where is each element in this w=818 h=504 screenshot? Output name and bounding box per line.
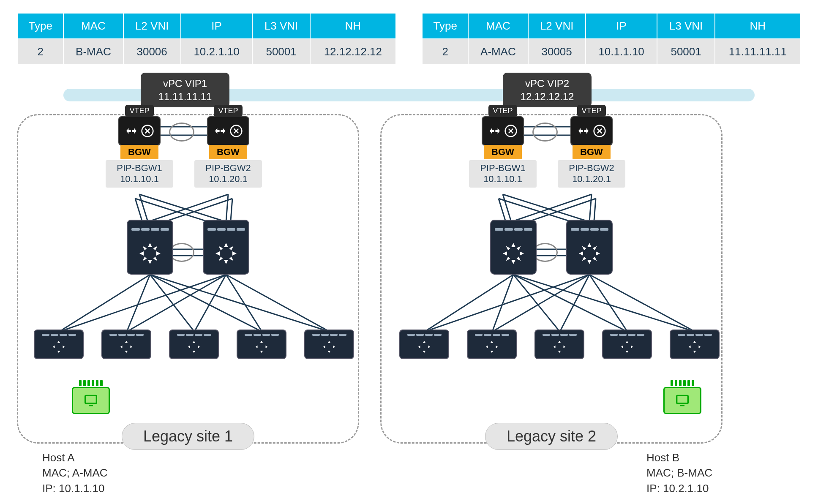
leaf-switch-icon: [602, 330, 652, 359]
host-a-icon: [72, 380, 110, 414]
leaf-switch-icon: [34, 330, 84, 359]
leaf-switch-icon: [467, 330, 517, 359]
vpc-vip2-label: vPC VIP2 12.12.12.12: [503, 73, 592, 107]
spine-switch-icon: [566, 220, 613, 275]
leaf-switch-icon: [304, 330, 354, 359]
site1-bgw1: VTEP BGW PIP-BGW1 10.1.10.1: [112, 105, 167, 188]
leaf-switch-icon: [534, 330, 584, 359]
router-icon: [570, 116, 613, 146]
site1-bgw2: VTEP BGW PIP-BGW2 10.1.20.1: [201, 105, 256, 188]
pip-label: PIP-BGW2 10.1.20.1: [558, 160, 625, 188]
router-icon: [207, 116, 249, 146]
leaf-switch-icon: [169, 330, 219, 359]
pip-label: PIP-BGW1 10.1.10.1: [106, 160, 173, 188]
router-icon: [482, 116, 524, 146]
host-b-label: Host B MAC; B-MAC IP: 10.2.1.10: [646, 450, 712, 496]
site-2-label: Legacy site 2: [485, 423, 618, 450]
svg-rect-51: [680, 405, 684, 406]
leaf-switch-icon: [670, 330, 720, 359]
site2-bgw2: VTEP BGW PIP-BGW2 10.1.20.1: [564, 105, 619, 188]
leaf-switch-icon: [101, 330, 151, 359]
spine-switch-icon: [490, 220, 537, 275]
leaf-switch-icon: [237, 330, 286, 359]
svg-rect-49: [89, 405, 93, 406]
site2-bgw1: VTEP BGW PIP-BGW1 10.1.10.1: [475, 105, 530, 188]
pip-label: PIP-BGW2 10.1.20.1: [194, 160, 262, 188]
leaf-switch-icon: [399, 330, 449, 359]
pip-label: PIP-BGW1 10.1.10.1: [469, 160, 537, 188]
host-a-label: Host A MAC; A-MAC IP: 10.1.1.10: [42, 450, 108, 496]
spine-switch-icon: [127, 220, 173, 275]
host-b-icon: [663, 380, 701, 414]
vpc-vip1-label: vPC VIP1 11.11.11.11: [141, 73, 229, 107]
spine-switch-icon: [203, 220, 249, 275]
router-icon: [118, 116, 161, 146]
table-row: 2 B-MAC 30006 10.2.1.10 50001 12.12.12.1…: [17, 39, 396, 65]
svg-rect-50: [677, 395, 688, 403]
svg-rect-48: [85, 395, 97, 403]
evpn-table-site1: Type MAC L2 VNI IP L3 VNI NH 2 B-MAC 300…: [17, 13, 396, 65]
evpn-table-site2: Type MAC L2 VNI IP L3 VNI NH 2 A-MAC 300…: [422, 13, 801, 65]
site-1-label: Legacy site 1: [122, 423, 254, 450]
table-row: 2 A-MAC 30005 10.1.1.10 50001 11.11.11.1…: [422, 39, 801, 65]
